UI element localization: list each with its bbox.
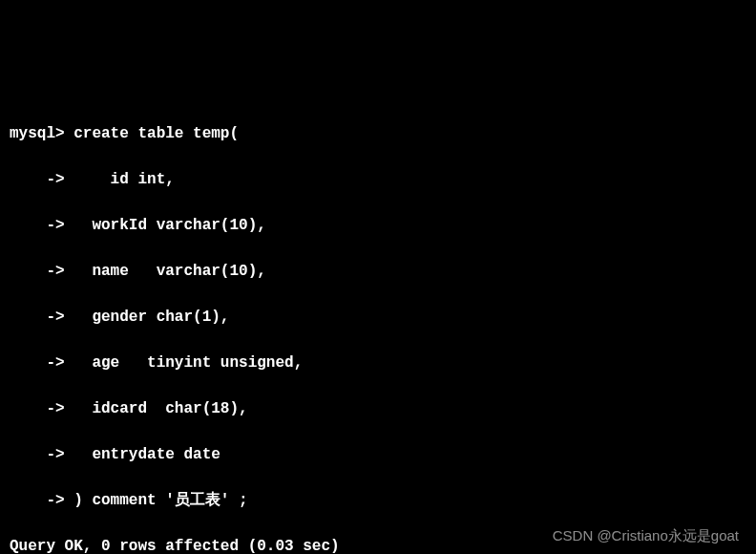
terminal-output: mysql> create table temp( -> id int, -> … [10, 99, 746, 554]
sql-line: -> entrydate date [10, 443, 746, 466]
sql-line: -> gender char(1), [10, 306, 746, 329]
sql-line: -> ) comment '员工表' ; [10, 489, 746, 512]
watermark: CSDN @Cristiano永远是goat [553, 525, 739, 547]
sql-line: -> workId varchar(10), [10, 214, 746, 237]
sql-line: -> name varchar(10), [10, 260, 746, 283]
sql-line: -> idcard char(18), [10, 397, 746, 420]
sql-line: mysql> create table temp( [10, 122, 746, 145]
sql-line: -> id int, [10, 168, 746, 191]
sql-line: -> age tinyint unsigned, [10, 352, 746, 374]
